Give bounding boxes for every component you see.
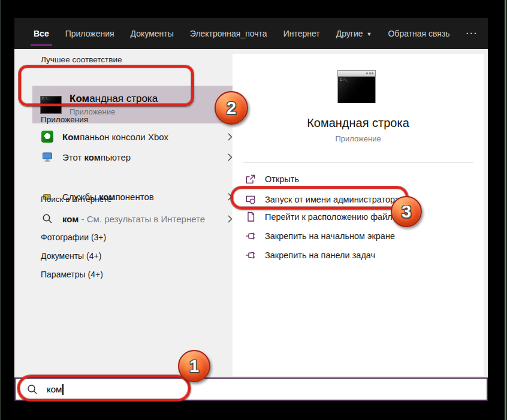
annotation-step-2: 2 [215,91,248,125]
open-icon [245,173,256,185]
tab-more[interactable]: Другие▼ [336,29,372,38]
text-cursor [62,384,64,395]
app-result-xbox[interactable]: Компаньон консоли Xbox [32,126,243,147]
pin-icon [245,249,256,261]
search-query-text: ком [47,384,62,394]
action-pin-to-start[interactable]: Закрепить на начальном экране [233,229,484,243]
overflow-menu-icon[interactable]: ··· [466,29,478,38]
feedback-button[interactable]: Обратная связь [388,29,449,38]
annotation-step-1: 1 [178,350,210,382]
run-as-admin-shield-icon [245,194,256,206]
windows-search-screenshot: Все Приложения Документы Электронная_поч… [0,0,507,420]
apps-section-header: Приложения [41,115,88,124]
computer-icon [41,151,53,163]
chevron-right-icon[interactable] [228,153,233,161]
tab-documents[interactable]: Документы [131,29,174,38]
file-location-icon [245,211,256,223]
command-prompt-icon-large: C:\_ [337,70,376,103]
pin-icon [245,230,256,242]
command-prompt-icon: C:\_ [40,96,62,114]
result-detail-card: C:\_ Командная строка Приложение Открыть… [233,54,484,376]
action-run-as-admin[interactable]: Запуск от имени администратора [233,192,484,207]
annotation-step-3: 3 [391,196,422,227]
chevron-down-icon: ▼ [367,31,372,37]
detail-subtitle: Приложение [233,134,484,143]
detail-title: Командная строка [233,116,484,130]
action-pin-to-taskbar[interactable]: Закрепить на панели задач [233,248,484,262]
tab-apps[interactable]: Приложения [65,29,114,38]
xbox-icon [41,131,53,143]
tab-email[interactable]: Электронная_почта [190,29,267,38]
chevron-right-icon[interactable] [228,193,233,201]
chevron-right-icon[interactable] [228,215,233,223]
tab-all[interactable]: Все [34,29,49,38]
group-photos[interactable]: Фотографии (3+) [41,232,106,242]
search-icon [26,383,38,395]
screen-right-border [505,0,506,420]
group-settings[interactable]: Параметры (4+) [41,270,103,279]
search-filter-tabbar: Все Приложения Документы Электронная_поч… [14,18,488,49]
web-search-result[interactable]: ком - См. результаты в Интернете [32,209,243,229]
best-match-header: Лучшее соответствие [41,55,122,64]
divider [243,162,473,163]
search-icon [41,213,53,225]
web-search-header: Поиск в Интернете [41,195,111,204]
screen-left-border [0,0,1,420]
group-documents[interactable]: Документы (4+) [41,251,101,261]
action-open-file-location[interactable]: Перейти к расположению файла [233,210,484,224]
chevron-right-icon[interactable] [228,133,233,141]
best-match-title: Командная строка [70,93,158,105]
app-result-this-pc[interactable]: Этот компьютер [32,147,243,167]
tab-web[interactable]: Интернет [283,29,320,38]
action-open[interactable]: Открыть [233,172,484,186]
search-input[interactable]: ком [14,377,488,401]
